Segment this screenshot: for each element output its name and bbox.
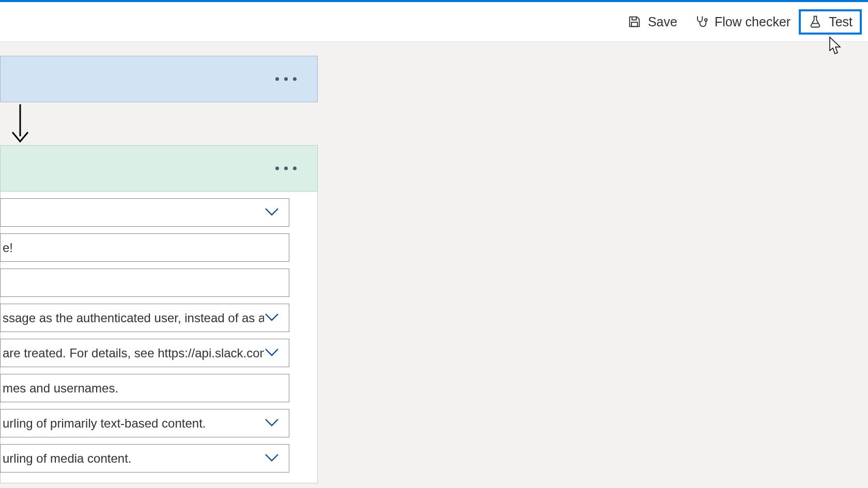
more-menu-icon[interactable] <box>275 77 297 81</box>
save-label: Save <box>648 14 677 29</box>
flask-icon <box>808 14 823 29</box>
more-menu-icon[interactable] <box>275 167 297 170</box>
flow-canvas: e! ssage as the authenticated user, inst… <box>0 42 868 488</box>
action-card-header[interactable] <box>0 145 318 192</box>
action-card-body: e! ssage as the authenticated user, inst… <box>0 192 318 483</box>
field-value: ssage as the authenticated user, instead… <box>3 311 264 325</box>
test-button[interactable]: Test <box>799 9 862 35</box>
chevron-down-icon <box>264 451 280 466</box>
parse-mode-dropdown[interactable]: are treated. For details, see https://ap… <box>0 339 289 367</box>
field-value: urling of primarily text-based content. <box>3 416 264 431</box>
toolbar: Save Flow checker Test <box>0 2 868 42</box>
flow-checker-label: Flow checker <box>715 14 791 29</box>
chevron-down-icon <box>264 346 280 360</box>
flow-arrow-icon <box>9 104 31 144</box>
chevron-down-icon <box>264 206 280 220</box>
link-names-input[interactable]: mes and usernames. <box>0 374 289 402</box>
field-value: e! <box>3 241 280 255</box>
chevron-down-icon <box>264 311 280 325</box>
field-value: mes and usernames. <box>3 381 280 396</box>
save-button[interactable]: Save <box>619 9 686 35</box>
chevron-down-icon <box>264 416 280 431</box>
trigger-card[interactable] <box>0 56 318 102</box>
test-label: Test <box>829 14 853 29</box>
svg-point-1 <box>705 19 707 21</box>
message-text-input[interactable]: e! <box>0 233 289 262</box>
save-icon <box>627 14 642 29</box>
post-as-user-dropdown[interactable]: ssage as the authenticated user, instead… <box>0 304 289 332</box>
unfurl-links-dropdown[interactable]: urling of primarily text-based content. <box>0 409 289 437</box>
field-value: urling of media content. <box>3 451 264 466</box>
bot-name-input[interactable] <box>0 269 289 297</box>
field-value: are treated. For details, see https://ap… <box>3 346 264 360</box>
unfurl-media-dropdown[interactable]: urling of media content. <box>0 444 289 473</box>
flow-checker-button[interactable]: Flow checker <box>686 9 799 35</box>
stethoscope-icon <box>694 14 708 29</box>
channel-dropdown[interactable] <box>0 198 289 227</box>
svg-rect-0 <box>631 22 638 26</box>
